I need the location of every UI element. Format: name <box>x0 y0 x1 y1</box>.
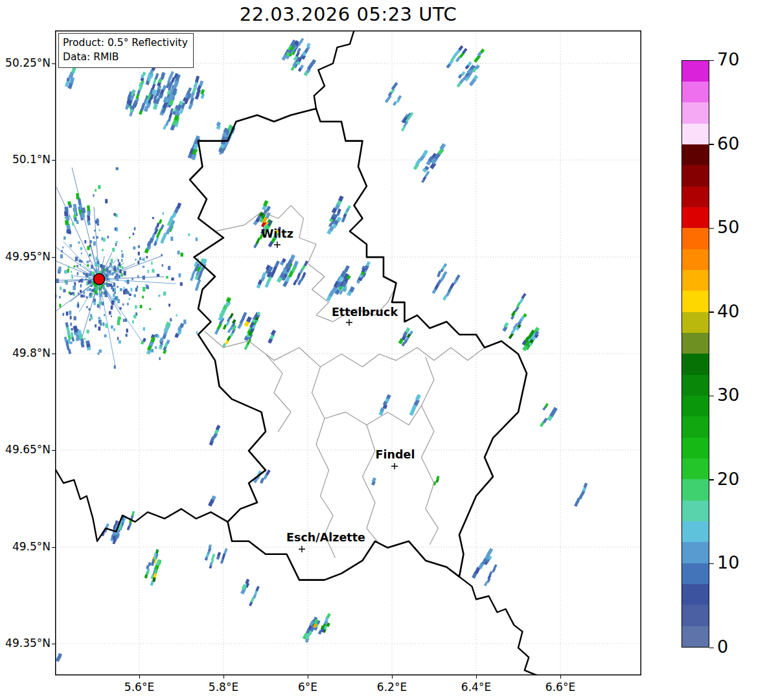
y-tick-label: 50.1°N <box>0 153 51 166</box>
colorbar-segment-6 <box>682 501 709 521</box>
colorbar-segment-0 <box>682 626 709 647</box>
colorbar-tick-mark <box>709 144 714 145</box>
colorbar-tick-mark <box>709 396 714 397</box>
colorbar-segment-26 <box>682 82 709 102</box>
y-tick-label: 49.95°N <box>0 250 51 263</box>
colorbar-tick-mark <box>709 563 714 565</box>
y-tick-mark <box>52 63 55 64</box>
colorbar-segment-16 <box>682 291 709 311</box>
colorbar-segment-19 <box>682 228 709 249</box>
colorbar-segment-12 <box>682 375 709 396</box>
x-tick-label: 6.6°E <box>531 681 590 694</box>
colorbar-segment-21 <box>682 186 709 207</box>
x-tick-mark <box>560 675 561 679</box>
city-label-findel: Findel <box>376 448 415 461</box>
colorbar-tick-label: 30 <box>717 385 739 405</box>
colorbar-tick-mark <box>709 228 714 229</box>
x-tick-mark <box>139 675 140 679</box>
colorbar-tick-label: 10 <box>717 552 739 572</box>
colorbar-tick-label: 60 <box>717 133 739 153</box>
city-label-esch-alzette: Esch/Alzette <box>286 531 365 544</box>
colorbar-segment-23 <box>682 144 709 165</box>
colorbar <box>681 60 709 648</box>
x-tick-label: 6.2°E <box>363 681 421 694</box>
y-tick-mark <box>52 354 55 354</box>
colorbar-tick-label: 0 <box>717 637 728 657</box>
colorbar-segment-7 <box>682 479 709 500</box>
map-background <box>55 30 641 675</box>
colorbar-segment-11 <box>682 396 709 416</box>
city-label-wiltz: Wiltz <box>261 227 293 240</box>
colorbar-tick-label: 50 <box>717 217 739 237</box>
y-tick-mark <box>52 644 55 644</box>
colorbar-gradient <box>681 60 709 648</box>
colorbar-segment-9 <box>682 438 709 458</box>
y-tick-mark <box>52 450 55 451</box>
product-info-box: Product: 0.5° Reflectivity Data: RMIB <box>58 33 194 68</box>
x-tick-label: 5.8°E <box>194 681 253 694</box>
x-tick-label: 5.6°E <box>110 681 168 694</box>
colorbar-segment-3 <box>682 563 709 584</box>
colorbar-tick-mark <box>709 648 714 649</box>
colorbar-segment-1 <box>682 605 709 626</box>
colorbar-segment-15 <box>682 312 709 333</box>
map-plot-area <box>55 30 641 675</box>
colorbar-tick-label: 40 <box>717 301 739 321</box>
colorbar-segment-8 <box>682 458 709 479</box>
colorbar-tick-label: 70 <box>717 49 739 69</box>
colorbar-segment-24 <box>682 124 709 144</box>
city-label-ettelbruck: Ettelbruck <box>332 306 398 319</box>
y-tick-mark <box>52 257 55 258</box>
x-tick-mark <box>308 675 308 679</box>
y-tick-mark <box>52 160 55 161</box>
x-tick-label: 6.4°E <box>447 681 505 694</box>
radar-figure: 22.03.2026 05:23 UTC Product: 0.5° Refle… <box>0 0 767 700</box>
colorbar-segment-10 <box>682 416 709 437</box>
radar-site-marker <box>94 274 105 285</box>
radar-map-canvas <box>55 30 641 675</box>
y-tick-label: 49.8°N <box>0 346 51 359</box>
y-tick-label: 49.35°N <box>0 637 51 649</box>
x-tick-label: 6°E <box>279 681 337 694</box>
y-tick-mark <box>52 547 55 548</box>
x-tick-mark <box>392 675 393 679</box>
product-info-line1: Product: 0.5° Reflectivity <box>63 36 188 50</box>
y-tick-label: 50.25°N <box>0 56 51 69</box>
colorbar-tick-label: 20 <box>717 469 739 489</box>
colorbar-segment-25 <box>682 102 709 123</box>
x-tick-mark <box>223 675 224 679</box>
x-tick-mark <box>476 675 477 679</box>
colorbar-segment-4 <box>682 542 709 563</box>
colorbar-segment-20 <box>682 207 709 228</box>
y-tick-label: 49.65°N <box>0 443 51 456</box>
colorbar-segment-17 <box>682 270 709 291</box>
product-info-line2: Data: RMIB <box>63 50 188 64</box>
colorbar-tick-mark <box>709 60 714 62</box>
colorbar-segment-13 <box>682 354 709 374</box>
colorbar-segment-18 <box>682 249 709 270</box>
colorbar-segment-5 <box>682 521 709 542</box>
colorbar-segment-2 <box>682 584 709 605</box>
colorbar-tick-mark <box>709 311 714 313</box>
plot-title: 22.03.2026 05:23 UTC <box>55 3 641 25</box>
y-tick-label: 49.5°N <box>0 540 51 553</box>
colorbar-segment-27 <box>682 61 709 82</box>
colorbar-segment-22 <box>682 165 709 186</box>
colorbar-tick-mark <box>709 479 714 480</box>
colorbar-segment-14 <box>682 333 709 354</box>
